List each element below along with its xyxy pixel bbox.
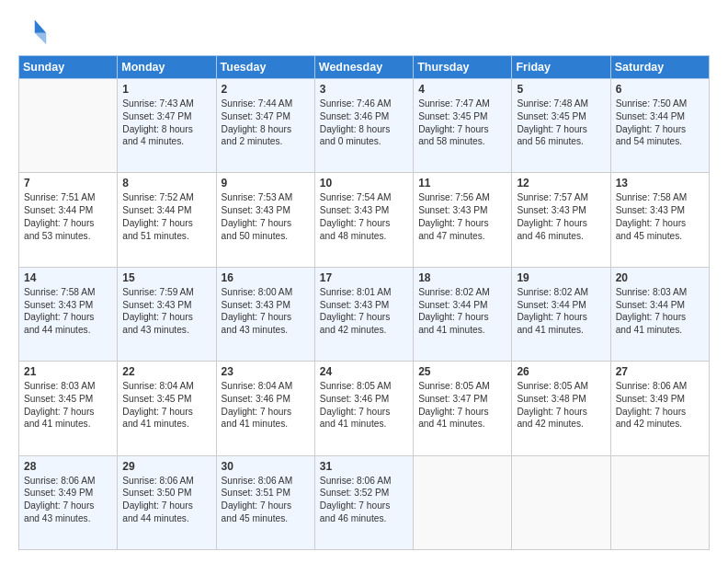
cell-info-line: Sunrise: 7:58 AM [616,191,704,204]
cell-info-line: Sunrise: 7:54 AM [320,191,408,204]
cell-info-line: and 4 minutes. [122,135,210,148]
cell-info-line: and 41 minutes. [418,418,506,431]
calendar-cell: 21Sunrise: 8:03 AMSunset: 3:45 PMDayligh… [19,362,118,455]
calendar-cell: 25Sunrise: 8:05 AMSunset: 3:47 PMDayligh… [414,362,512,455]
calendar-cell: 2Sunrise: 7:44 AMSunset: 3:47 PMDaylight… [216,79,314,173]
logo [18,17,51,46]
cell-info-line: Sunset: 3:43 PM [320,299,408,312]
cell-info-line: Sunset: 3:43 PM [24,299,112,312]
calendar-cell: 31Sunrise: 8:06 AMSunset: 3:52 PMDayligh… [314,455,413,549]
cell-info-line: Daylight: 7 hours [517,311,605,324]
cell-info-line: Sunrise: 8:06 AM [616,380,704,393]
calendar-cell: 13Sunrise: 7:58 AMSunset: 3:43 PMDayligh… [610,173,709,267]
cell-info-line: Sunset: 3:45 PM [24,393,112,406]
cell-info-line: Sunrise: 8:05 AM [320,380,408,393]
calendar-cell [512,455,610,549]
day-number: 20 [616,271,704,284]
cell-info-line: Sunset: 3:44 PM [517,299,605,312]
col-header-wednesday: Wednesday [314,56,413,79]
calendar-cell: 24Sunrise: 8:05 AMSunset: 3:46 PMDayligh… [314,362,413,455]
cell-info-line: Sunset: 3:47 PM [418,393,506,406]
cell-info-line: Sunrise: 8:06 AM [222,475,310,488]
cell-info-line: Daylight: 7 hours [616,123,704,136]
day-number: 6 [616,83,704,96]
calendar-cell: 9Sunrise: 7:53 AMSunset: 3:43 PMDaylight… [216,173,314,267]
col-header-thursday: Thursday [414,56,512,79]
cell-info-line: and 47 minutes. [418,230,506,243]
cell-info-line: and 48 minutes. [320,230,408,243]
day-number: 19 [517,271,605,284]
calendar-cell [19,79,118,173]
cell-info-line: Sunset: 3:46 PM [320,110,408,123]
calendar-cell: 18Sunrise: 8:02 AMSunset: 3:44 PMDayligh… [414,267,512,361]
cell-info-line: and 41 minutes. [122,418,210,431]
cell-info-line: Sunset: 3:43 PM [122,299,210,312]
cell-info-line: Sunset: 3:45 PM [122,393,210,406]
cell-info-line: Daylight: 7 hours [418,311,506,324]
cell-info-line: and 45 minutes. [616,230,704,243]
cell-info-line: Daylight: 7 hours [222,500,310,512]
cell-info-line: and 41 minutes. [222,418,310,431]
svg-marker-0 [35,20,46,33]
cell-info-line: Sunset: 3:43 PM [418,204,506,217]
cell-info-line: Sunrise: 7:58 AM [24,286,112,299]
cell-info-line: Sunset: 3:47 PM [222,110,310,123]
day-number: 5 [517,83,605,96]
cell-info-line: Daylight: 7 hours [122,500,210,512]
cell-info-line: Sunset: 3:45 PM [418,110,506,123]
cell-info-line: and 0 minutes. [320,135,408,148]
cell-info-line: Sunset: 3:43 PM [517,204,605,217]
day-number: 30 [222,460,310,473]
calendar-cell [414,455,512,549]
cell-info-line: and 44 minutes. [122,512,210,525]
cell-info-line: and 42 minutes. [320,324,408,337]
cell-info-line: Sunrise: 8:06 AM [320,475,408,488]
cell-info-line: and 58 minutes. [418,135,506,148]
cell-info-line: Sunrise: 8:06 AM [24,475,112,488]
day-number: 23 [222,365,310,378]
cell-info-line: Sunset: 3:45 PM [517,110,605,123]
cell-info-line: Sunset: 3:43 PM [222,204,310,217]
cell-info-line: Sunrise: 7:57 AM [517,191,605,204]
cell-info-line: Daylight: 8 hours [222,123,310,136]
calendar-cell: 26Sunrise: 8:05 AMSunset: 3:48 PMDayligh… [512,362,610,455]
cell-info-line: Daylight: 7 hours [616,311,704,324]
calendar-row-2: 14Sunrise: 7:58 AMSunset: 3:43 PMDayligh… [19,267,710,361]
cell-info-line: Sunrise: 7:44 AM [222,98,310,110]
cell-info-line: Daylight: 7 hours [122,217,210,230]
cell-info-line: and 45 minutes. [222,512,310,525]
col-header-tuesday: Tuesday [216,56,314,79]
cell-info-line: Daylight: 7 hours [222,217,310,230]
cell-info-line: Sunset: 3:43 PM [222,299,310,312]
calendar-cell: 14Sunrise: 7:58 AMSunset: 3:43 PMDayligh… [19,267,118,361]
day-number: 14 [24,271,112,284]
cell-info-line: and 46 minutes. [517,230,605,243]
cell-info-line: Sunrise: 7:46 AM [320,98,408,110]
cell-info-line: Daylight: 7 hours [24,217,112,230]
cell-info-line: Sunset: 3:43 PM [320,204,408,217]
cell-info-line: Daylight: 7 hours [616,406,704,419]
cell-info-line: Sunrise: 7:51 AM [24,191,112,204]
cell-info-line: and 50 minutes. [222,230,310,243]
day-number: 26 [517,365,605,378]
day-number: 25 [418,365,506,378]
cell-info-line: Daylight: 7 hours [122,406,210,419]
calendar-cell: 5Sunrise: 7:48 AMSunset: 3:45 PMDaylight… [512,79,610,173]
calendar-cell: 27Sunrise: 8:06 AMSunset: 3:49 PMDayligh… [610,362,709,455]
cell-info-line: Sunset: 3:47 PM [122,110,210,123]
calendar-cell: 6Sunrise: 7:50 AMSunset: 3:44 PMDaylight… [610,79,709,173]
cell-info-line: Sunrise: 8:01 AM [320,286,408,299]
calendar-table: SundayMondayTuesdayWednesdayThursdayFrid… [18,55,710,550]
day-number: 17 [320,271,408,284]
calendar-row-1: 7Sunrise: 7:51 AMSunset: 3:44 PMDaylight… [19,173,710,267]
header [18,17,710,46]
cell-info-line: Daylight: 7 hours [616,217,704,230]
cell-info-line: Sunset: 3:49 PM [616,393,704,406]
page: SundayMondayTuesdayWednesdayThursdayFrid… [0,0,728,563]
col-header-sunday: Sunday [19,56,118,79]
day-number: 15 [122,271,210,284]
calendar-header-row: SundayMondayTuesdayWednesdayThursdayFrid… [19,56,710,79]
calendar-cell: 10Sunrise: 7:54 AMSunset: 3:43 PMDayligh… [314,173,413,267]
calendar-cell: 19Sunrise: 8:02 AMSunset: 3:44 PMDayligh… [512,267,610,361]
col-header-friday: Friday [512,56,610,79]
